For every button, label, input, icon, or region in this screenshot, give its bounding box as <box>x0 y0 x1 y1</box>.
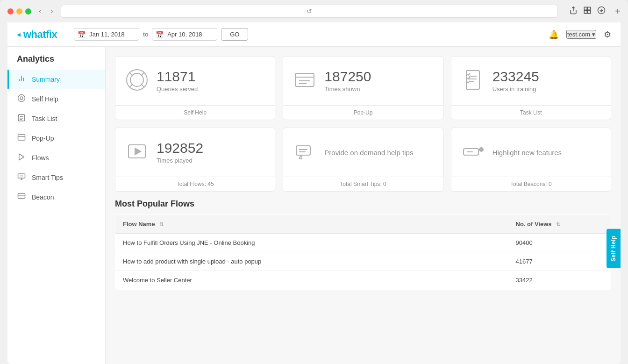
flows-number: 192852 <box>157 141 203 155</box>
minimize-button[interactable] <box>16 8 22 14</box>
table-row: How to Fulfill Orders Using JNE - Online… <box>115 234 611 252</box>
sort-icon-flow-name: ⇅ <box>159 221 164 227</box>
beacons-card: Highlight new features Total Beacons: 0 <box>451 128 611 192</box>
svg-rect-22 <box>18 193 25 199</box>
flow-name-cell: How to add product with single upload - … <box>115 252 508 271</box>
date-from-value: Jan 11, 2018 <box>89 31 124 38</box>
close-button[interactable] <box>7 8 14 14</box>
sidebar-item-beacon[interactable]: Beacon <box>7 187 105 207</box>
views-cell: 90400 <box>508 234 611 252</box>
sidebar: Analytics Summary Self Help <box>7 47 106 364</box>
url-bar[interactable]: ↺ <box>61 5 558 18</box>
popular-flows-section: Most Popular Flows Flow Name ⇅ No. of Vi… <box>115 199 611 290</box>
maximize-button[interactable] <box>25 8 31 14</box>
logo-text: whatfix <box>23 29 57 41</box>
col-flow-name[interactable]: Flow Name ⇅ <box>115 215 508 234</box>
date-to-value: Apr 10, 2018 <box>167 31 202 38</box>
refresh-icon: ↺ <box>307 7 312 15</box>
self-help-tab[interactable]: Self Help <box>607 229 621 268</box>
svg-marker-40 <box>135 148 141 155</box>
settings-icon[interactable]: ⚙ <box>604 29 611 40</box>
sidebar-item-smart-tips[interactable]: Smart Tips <box>7 168 105 187</box>
svg-rect-41 <box>296 146 310 155</box>
task-list-stat-icon <box>461 68 485 94</box>
smart-tips-icon <box>17 172 26 183</box>
svg-line-28 <box>141 73 144 76</box>
download-icon[interactable] <box>597 6 606 17</box>
self-help-card: 11871 Queries served Self Help <box>115 56 275 120</box>
self-help-number: 11871 <box>157 70 198 84</box>
flow-name-cell: How to Fulfill Orders Using JNE - Online… <box>115 234 508 252</box>
task-list-icon <box>17 114 26 124</box>
views-cell: 41677 <box>508 252 611 271</box>
flow-name-cell: Welcome to Seller Center <box>115 271 508 290</box>
flows-footer: Total Flows: 45 <box>115 177 275 191</box>
self-help-footer: Self Help <box>115 105 275 120</box>
back-button[interactable]: ‹ <box>37 6 43 16</box>
table-row: Welcome to Seller Center 33422 <box>115 271 611 290</box>
summary-icon <box>17 74 26 85</box>
stats-grid-top: 11871 Queries served Self Help <box>115 56 611 120</box>
task-list-footer: Task List <box>451 105 611 120</box>
account-chevron-icon: ▾ <box>592 31 595 38</box>
svg-line-29 <box>130 84 133 87</box>
sidebar-item-label: Pop-Up <box>32 135 54 142</box>
new-tab-button[interactable]: + <box>615 6 621 17</box>
beacon-icon <box>17 192 26 202</box>
sidebar-item-self-help[interactable]: Self Help <box>7 89 105 109</box>
self-help-stat-icon <box>125 68 149 94</box>
sidebar-item-task-list[interactable]: Task List <box>7 109 105 128</box>
flows-label: Times played <box>157 157 203 164</box>
popup-label: Times shown <box>324 86 371 93</box>
svg-rect-31 <box>295 73 314 86</box>
sidebar-item-flows[interactable]: Flows <box>7 148 105 168</box>
popup-icon <box>17 133 26 143</box>
go-button[interactable]: GO <box>221 28 248 41</box>
popup-card: 187250 Times shown Pop-Up <box>283 56 443 120</box>
sidebar-item-popup[interactable]: Pop-Up <box>7 128 105 148</box>
to-label: to <box>143 31 148 38</box>
self-help-icon <box>17 94 26 104</box>
notifications-icon[interactable]: 🔔 <box>549 29 559 40</box>
to-calendar-icon: 📅 <box>156 31 164 38</box>
flows-table: Flow Name ⇅ No. of Views ⇅ <box>115 214 611 290</box>
sort-icon-views: ⇅ <box>556 221 560 227</box>
smart-tips-text: Provide on demand help tips <box>324 149 413 157</box>
from-calendar-icon: 📅 <box>78 31 86 38</box>
svg-rect-3 <box>585 10 587 13</box>
beacons-footer: Total Beacons: 0 <box>451 177 611 191</box>
smart-tips-stat-icon <box>293 139 317 165</box>
flows-icon <box>17 153 26 163</box>
svg-line-30 <box>141 84 144 87</box>
smart-tips-footer: Total Smart Tips: 0 <box>283 177 442 191</box>
svg-rect-35 <box>466 71 479 89</box>
svg-rect-2 <box>588 7 591 10</box>
logo-arrow-icon: ◂ <box>17 30 21 39</box>
flows-stat-icon <box>125 139 149 165</box>
svg-line-27 <box>130 73 133 76</box>
forward-button[interactable]: › <box>49 6 55 16</box>
sidebar-item-summary[interactable]: Summary <box>7 70 105 89</box>
stats-grid-bottom: 192852 Times played Total Flows: 45 <box>115 128 611 192</box>
self-help-label: Queries served <box>157 86 198 93</box>
task-list-card: 233245 Users in training Task List <box>451 56 611 120</box>
col-views[interactable]: No. of Views ⇅ <box>508 215 611 234</box>
views-cell: 33422 <box>508 271 611 290</box>
account-name: test.com <box>567 31 590 38</box>
popup-stat-icon <box>293 68 317 94</box>
svg-marker-18 <box>19 154 24 160</box>
section-title: Most Popular Flows <box>115 199 611 209</box>
smart-tips-card: Provide on demand help tips Total Smart … <box>283 128 443 192</box>
self-help-tab-label: Self Help <box>610 236 617 262</box>
tab-icon[interactable] <box>583 6 592 17</box>
beacons-text: Highlight new features <box>492 149 562 157</box>
account-menu[interactable]: test.com ▾ <box>566 30 596 39</box>
share-icon[interactable] <box>569 6 578 17</box>
popup-footer: Pop-Up <box>283 105 442 120</box>
sidebar-item-label: Self Help <box>32 95 58 103</box>
svg-point-11 <box>20 97 23 100</box>
sidebar-item-label: Flows <box>32 154 49 162</box>
svg-point-45 <box>479 148 483 151</box>
sidebar-item-label: Beacon <box>32 193 54 201</box>
table-row: How to add product with single upload - … <box>115 252 611 271</box>
